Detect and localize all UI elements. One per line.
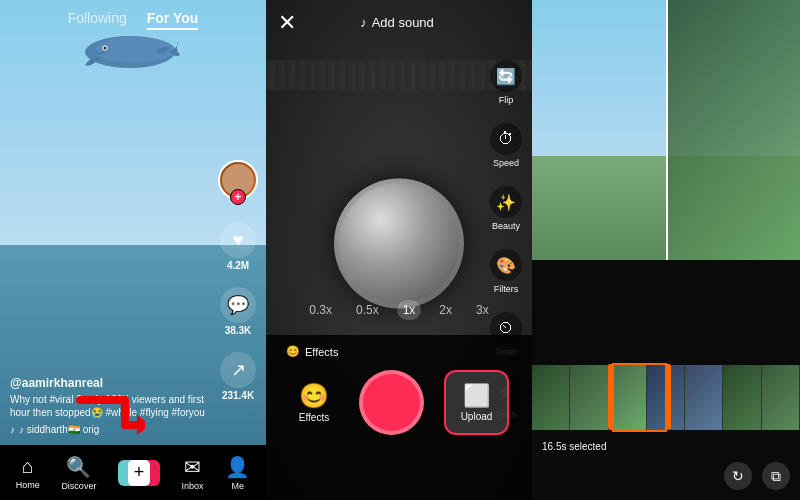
speed-1x[interactable]: 1x <box>397 300 422 320</box>
heart-icon: ♥ <box>220 222 256 258</box>
upload-button[interactable]: ⬜ Upload <box>444 370 509 435</box>
effects-button[interactable]: 😊 Effects <box>266 345 338 358</box>
close-icon[interactable]: ✕ <box>278 10 296 36</box>
add-button[interactable]: + <box>118 459 160 487</box>
flip-icon: 🔄 <box>490 60 522 92</box>
timeline-frame-6 <box>723 365 761 430</box>
editor-clip-right <box>666 0 800 260</box>
svg-point-3 <box>104 47 107 50</box>
music-icon: ♪ <box>360 15 367 30</box>
inbox-nav-item[interactable]: ✉ Inbox <box>182 455 204 491</box>
add-button-center: + <box>128 460 150 486</box>
share-button[interactable]: ↗ 231.4K <box>220 352 256 401</box>
editor-bottom-icons: ↻ ⧉ <box>724 462 790 490</box>
beauty-icon: ✨ <box>490 186 522 218</box>
rotate-icon[interactable]: ↻ <box>724 462 752 490</box>
upload-label: Upload <box>461 411 493 422</box>
record-button[interactable] <box>359 370 424 435</box>
speed-buttons: 0.3x 0.5x 1x 2x 3x <box>266 300 532 320</box>
copy-icon[interactable]: ⧉ <box>762 462 790 490</box>
discover-nav-label: Discover <box>61 481 96 491</box>
share-icon: ↗ <box>220 352 256 388</box>
speed-05x[interactable]: 0.5x <box>350 300 385 320</box>
timeline-frame-3 <box>609 365 647 430</box>
editor-bottom-area: 16.5s selected ↻ ⧉ <box>532 260 800 500</box>
feed-actions: + ♥ 4.2M 💬 38.3K ↗ 231.4K <box>218 160 258 401</box>
feed-top-nav: Following For You <box>0 10 266 30</box>
speed-label: Speed <box>493 158 519 168</box>
timeline-frame-7 <box>762 365 800 430</box>
smiley-effects-icon: 😊 <box>286 345 300 358</box>
follow-plus-icon[interactable]: + <box>230 189 246 205</box>
feed-panel: Following For You + ♥ 4.2M 💬 38.3K ↗ 231… <box>0 0 266 500</box>
inbox-nav-label: Inbox <box>182 481 204 491</box>
avatar-item[interactable]: + <box>218 160 258 206</box>
feed-username: @aamirkhanreal <box>10 376 216 390</box>
timeline-frame-4 <box>647 365 685 430</box>
home-nav-item[interactable]: ⌂ Home <box>16 455 40 490</box>
camera-panel: ✕ ♪ Add sound 🔄 Flip ⏱ Speed ✨ Beauty 🎨 … <box>266 0 532 500</box>
timeline-frame-2 <box>570 365 608 430</box>
editor-clip-split <box>666 0 668 260</box>
record-row: 😊 Effects ⬜ Upload <box>266 370 532 435</box>
speed-03x[interactable]: 0.3x <box>303 300 338 320</box>
add-sound-label: Add sound <box>372 15 434 30</box>
flip-label: Flip <box>499 95 514 105</box>
timeline-frame-5 <box>685 365 723 430</box>
home-icon: ⌂ <box>22 455 34 478</box>
filters-control[interactable]: 🎨 Filters <box>490 249 522 294</box>
discover-nav-item[interactable]: 🔍 Discover <box>61 455 96 491</box>
timeline-frames <box>532 365 800 430</box>
svg-marker-4 <box>137 415 145 435</box>
like-count: 4.2M <box>227 260 249 271</box>
me-nav-item[interactable]: 👤 Me <box>225 455 250 491</box>
me-nav-label: Me <box>231 481 244 491</box>
timeline-strip[interactable] <box>532 365 800 430</box>
speed-control[interactable]: ⏱ Speed <box>490 123 522 168</box>
following-tab[interactable]: Following <box>68 10 127 30</box>
add-sound-button[interactable]: ♪ Add sound <box>360 15 434 30</box>
comment-count: 38.3K <box>225 325 252 336</box>
smiley-icon: 😊 <box>299 382 329 410</box>
camera-top-bar: ✕ ♪ Add sound <box>266 0 532 45</box>
microphone-ball <box>334 179 464 309</box>
editor-panel: 16.5s selected ↻ ⧉ <box>532 0 800 500</box>
me-icon: 👤 <box>225 455 250 479</box>
speed-3x[interactable]: 3x <box>470 300 495 320</box>
whale-image <box>80 30 180 75</box>
share-count: 231.4K <box>222 390 254 401</box>
effects-side-label: Effects <box>299 412 329 423</box>
upload-icon: ⬜ <box>463 383 490 409</box>
timeline-frame-1 <box>532 365 570 430</box>
red-arrow <box>75 395 145 455</box>
editor-time-info: 16.5s selected <box>542 441 607 452</box>
flip-control[interactable]: 🔄 Flip <box>490 60 522 105</box>
comment-icon: 💬 <box>220 287 256 323</box>
comment-button[interactable]: 💬 38.3K <box>220 287 256 336</box>
inbox-icon: ✉ <box>184 455 201 479</box>
speed-icon: ⏱ <box>490 123 522 155</box>
filters-icon: 🎨 <box>490 249 522 281</box>
effects-label-text: Effects <box>305 346 338 358</box>
editor-preview <box>532 0 800 260</box>
effects-side-button[interactable]: 😊 Effects <box>289 378 339 428</box>
filters-label: Filters <box>494 284 519 294</box>
add-nav-item[interactable]: + <box>118 459 160 487</box>
beauty-control[interactable]: ✨ Beauty <box>490 186 522 231</box>
home-nav-label: Home <box>16 480 40 490</box>
discover-icon: 🔍 <box>66 455 91 479</box>
for-you-tab[interactable]: For You <box>147 10 199 30</box>
like-button[interactable]: ♥ 4.2M <box>220 222 256 271</box>
music-note-icon: ♪ <box>10 424 15 435</box>
beauty-label: Beauty <box>492 221 520 231</box>
speed-2x[interactable]: 2x <box>433 300 458 320</box>
camera-bottom-bar: 😊 Effects 😊 Effects ⬜ Upload <box>266 335 532 500</box>
